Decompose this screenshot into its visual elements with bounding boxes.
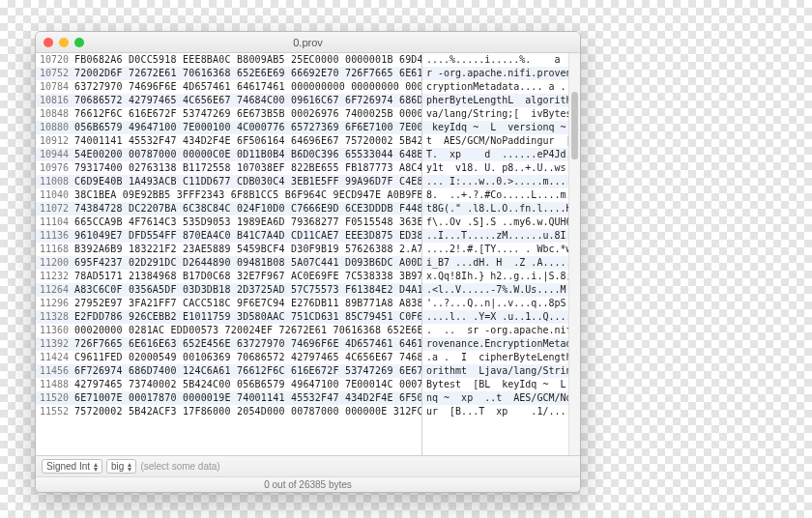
hex-bytes[interactable]: 70686572 42797465 4C656E67 74684C00 0961… — [74, 94, 421, 107]
ascii-row[interactable]: y1t v18. U. p8..+.U..ws..t.n... — [422, 161, 580, 175]
ascii-row[interactable]: i_B7 ...dH. H .Z .A......k<... — [422, 256, 580, 270]
ascii-row[interactable]: keyIdq ~ L versionq ~ xp w — [422, 121, 580, 134]
ascii-row[interactable]: f\..Ov .S].S ..my6.w.QUH6>G.l... — [422, 216, 580, 229]
hex-row[interactable]: 1075272002D6F 72672E61 70616368 652E6E69… — [36, 67, 421, 80]
ascii-text[interactable]: x.Qq!8Ih.} h2..g..i.|S.8;...X... — [422, 270, 580, 283]
hex-row[interactable]: 11168B392A6B9 183221F2 23AE5889 5459BCF4… — [36, 243, 421, 256]
ascii-text[interactable]: ... I:...w..0.>.....m.....Q.Zl — [422, 175, 580, 188]
format-select[interactable]: Signed Int ▴▾ — [42, 459, 102, 474]
ascii-text[interactable]: t AES/GCM/NoPaddingur [B...... — [422, 134, 580, 148]
vertical-scrollbar[interactable] — [568, 53, 580, 455]
hex-row[interactable]: 1123278AD5171 21384968 B17D0C68 32E7F967… — [36, 270, 421, 283]
hex-row[interactable]: 1097679317400 02763138 B1172558 107038EF… — [36, 161, 421, 175]
hex-bytes[interactable]: 63727970 74696F6E 4D657461 64617461 0000… — [74, 80, 421, 94]
ascii-row[interactable]: r -org.apache.nifi.provenance.En — [422, 67, 580, 80]
hex-row[interactable]: 1155275720002 5B42ACF3 17F86000 2054D000… — [36, 405, 421, 418]
hex-row[interactable]: 11328E2FDD786 926CEBB2 E1011759 3D580AAC… — [36, 310, 421, 324]
hex-row[interactable]: 114566F726974 686D7400 124C6A61 76612F6C… — [36, 364, 421, 378]
hex-row[interactable]: 10880056B6579 49647100 7E000100 4C000776… — [36, 121, 421, 134]
hex-row[interactable]: 1091274001141 45532F47 434D2F4E 6F506164… — [36, 134, 421, 148]
ascii-text[interactable]: . .. sr -org.apache.nifi.p — [422, 324, 580, 337]
ascii-text[interactable]: va/lang/String;[ ivBytest [BL — [422, 107, 580, 121]
ascii-row[interactable]: 8. ..+.?.#Co.....L....m.....Q..S) — [422, 188, 580, 202]
hex-bytes[interactable]: B392A6B9 183221F2 23AE5889 5459BCF4 D30F… — [74, 243, 421, 256]
ascii-row[interactable]: ....%.....i.....%. a .. s — [422, 53, 580, 67]
ascii-row[interactable]: ..I...T.....zM......u.8I..r... — [422, 229, 580, 243]
hex-bytes[interactable]: A83C6C0F 0356A5DF 03D3DB18 2D3725AD 57C7… — [74, 283, 421, 297]
hex-row[interactable]: 1081670686572 42797465 4C656E67 74684C00… — [36, 94, 421, 107]
ascii-row[interactable]: cryptionMetadata.... a . . I ci — [422, 80, 580, 94]
ascii-text[interactable]: keyIdq ~ L versionq ~ xp w — [422, 121, 580, 134]
ascii-text[interactable]: r -org.apache.nifi.provenance.En — [422, 67, 580, 80]
ascii-row[interactable]: ur [B...T xp .1/....... — [422, 405, 580, 418]
ascii-row[interactable]: va/lang/String;[ ivBytest [BL — [422, 107, 580, 121]
hex-row[interactable]: 1104038C1BEA 09E92BB5 3FFF2343 6F8B1CC5 … — [36, 188, 421, 202]
ascii-row[interactable]: pherByteLengthL algorithmt Lja — [422, 94, 580, 107]
hex-bytes[interactable]: 72002D6F 72672E61 70616368 652E6E69 6669… — [74, 67, 421, 80]
ascii-row[interactable]: T. xp d ......eP4Jd..t Ke — [422, 148, 580, 161]
ascii-pane[interactable]: ....%.....i.....%. a .. sr -org.apache.n… — [422, 53, 580, 455]
ascii-text[interactable]: rovenance.EncryptionMetadata.... — [422, 337, 580, 351]
hex-row[interactable]: 1084876612F6C 616E672F 53747269 6E673B5B… — [36, 107, 421, 121]
hex-bytes[interactable]: 78AD5171 21384968 B17D0C68 32E7F967 AC0E… — [74, 270, 421, 283]
ascii-row[interactable]: ....2!.#.[TY.... . Wbc.*w.s. . — [422, 243, 580, 256]
hex-row[interactable]: 1148842797465 73740002 5B424C00 056B6579… — [36, 378, 421, 391]
ascii-row[interactable]: rovenance.EncryptionMetadata.... — [422, 337, 580, 351]
hex-row[interactable]: 1129627952E97 3FA21FF7 CACC518C 9F6E7C94… — [36, 297, 421, 310]
ascii-text[interactable]: Bytest [BL keyIdq ~ L versio — [422, 378, 580, 391]
hex-bytes[interactable]: 665CCA9B 4F7614C3 535D9053 1989EA6D 7936… — [74, 216, 421, 229]
ascii-row[interactable]: orithmt Ljava/lang/String;[ iv — [422, 364, 580, 378]
ascii-text[interactable]: cryptionMetadata.... a . . I ci — [422, 80, 580, 94]
ascii-text[interactable]: ur [B...T xp .1/....... — [422, 405, 580, 418]
ascii-row[interactable]: nq ~ xp ..t AES/GCM/NoPadding — [422, 391, 580, 405]
ascii-row[interactable]: ... I:...w..0.>.....m.....Q.Zl — [422, 175, 580, 188]
ascii-row[interactable]: t8G(." .l8.L.O..fn.l....H..NJ4.W — [422, 202, 580, 216]
ascii-text[interactable]: f\..Ov .S].S ..my6.w.QUH6>G.l... — [422, 216, 580, 229]
ascii-text[interactable]: i_B7 ...dH. H .Z .A......k<... — [422, 256, 580, 270]
ascii-row[interactable]: .<l..V.....-7%.W.Us....M Eii.... — [422, 283, 580, 297]
hex-bytes[interactable]: 54E00200 00787000 00000C0E 0D11B0B4 B6D0… — [74, 148, 421, 161]
scrollbar-thumb[interactable] — [571, 92, 578, 159]
ascii-text[interactable]: ..I...T.....zM......u.8I..r... — [422, 229, 580, 243]
hex-row[interactable]: 11392726F7665 6E616E63 652E456E 63727970… — [36, 337, 421, 351]
hex-bytes[interactable]: 79317400 02763138 B1172558 107038EF 822B… — [74, 161, 421, 175]
hex-row[interactable]: 11424C9611FED 02000549 00106369 70686572… — [36, 351, 421, 364]
hex-row[interactable]: 11008C6D9E40B 1A493ACB C11DD677 CDB030C4… — [36, 175, 421, 188]
ascii-text[interactable]: ....%.....i.....%. a .. s — [422, 53, 580, 67]
ascii-text[interactable]: T. xp d ......eP4Jd..t Ke — [422, 148, 580, 161]
ascii-row[interactable]: .a . I cipherByteLengthL alg — [422, 351, 580, 364]
ascii-text[interactable]: nq ~ xp ..t AES/GCM/NoPadding — [422, 391, 580, 405]
hex-bytes[interactable]: 74001141 45532F47 434D2F4E 6F506164 6469… — [74, 134, 421, 148]
ascii-row[interactable]: ....l.. .Y=X .u..1..Q....A. . — [422, 310, 580, 324]
endian-select[interactable]: big ▴▾ — [106, 459, 136, 474]
hex-bytes[interactable]: 726F7665 6E616E63 652E456E 63727970 7469… — [74, 337, 421, 351]
hex-bytes[interactable]: 00020000 0281AC EDD00573 720024EF 72672E… — [74, 324, 421, 337]
hex-bytes[interactable]: 38C1BEA 09E92BB5 3FFF2343 6F8B1CC5 B6F96… — [74, 188, 421, 202]
hex-bytes[interactable]: 27952E97 3FA21FF7 CACC518C 9F6E7C94 E276… — [74, 297, 421, 310]
hex-row[interactable]: 11104665CCA9B 4F7614C3 535D9053 1989EA6D… — [36, 216, 421, 229]
hex-row[interactable]: 1107274384728 DC2207BA 6C38C84C 024F10D0… — [36, 202, 421, 216]
ascii-text[interactable]: 8. ..+.?.#Co.....L....m.....Q..S) — [422, 188, 580, 202]
hex-row[interactable]: 10720FB0682A6 D0CC5918 EEE8BA0C B8009AB5… — [36, 53, 421, 67]
hex-bytes[interactable]: 74384728 DC2207BA 6C38C84C 024F10D0 C766… — [74, 202, 421, 216]
ascii-text[interactable]: .<l..V.....-7%.W.Us....M Eii.... — [422, 283, 580, 297]
hex-bytes[interactable]: C6D9E40B 1A493ACB C11DD677 CDB030C4 3EB1… — [74, 175, 421, 188]
ascii-text[interactable]: ....l.. .Y=X .u..1..Q....A. . — [422, 310, 580, 324]
ascii-text[interactable]: orithmt Ljava/lang/String;[ iv — [422, 364, 580, 378]
ascii-row[interactable]: Bytest [BL keyIdq ~ L versio — [422, 378, 580, 391]
hex-bytes[interactable]: 695F4237 02D291DC D2644890 09481B08 5A07… — [74, 256, 421, 270]
ascii-text[interactable]: t8G(." .l8.L.O..fn.l....H..NJ4.W — [422, 202, 580, 216]
hex-bytes[interactable]: 961049E7 DFD554FF 870EA4C0 B41C7A4D CD11… — [74, 229, 421, 243]
ascii-text[interactable]: '..?...Q..n|..v...q..8pS.a..S.a. — [422, 297, 580, 310]
hex-bytes[interactable]: 6E71007E 00017870 0000019E 74001141 4553… — [74, 391, 421, 405]
hex-bytes[interactable]: 6F726974 686D7400 124C6A61 76612F6C 616E… — [74, 364, 421, 378]
hex-row[interactable]: 1078463727970 74696F6E 4D657461 64617461… — [36, 80, 421, 94]
hex-row[interactable]: 1094454E00200 00787000 00000C0E 0D11B0B4… — [36, 148, 421, 161]
ascii-row[interactable]: t AES/GCM/NoPaddingur [B...... — [422, 134, 580, 148]
hex-bytes[interactable]: 056B6579 49647100 7E000100 4C000776 6572… — [74, 121, 421, 134]
ascii-row[interactable]: x.Qq!8Ih.} h2..g..i.|S.8;...X... — [422, 270, 580, 283]
hex-bytes[interactable]: 42797465 73740002 5B424C00 056B6579 4964… — [74, 378, 421, 391]
hex-bytes[interactable]: C9611FED 02000549 00106369 70686572 4279… — [74, 351, 421, 364]
hex-row[interactable]: 115206E71007E 00017870 0000019E 74001141… — [36, 391, 421, 405]
hex-row[interactable]: 1136000020000 0281AC EDD00573 720024EF 7… — [36, 324, 421, 337]
